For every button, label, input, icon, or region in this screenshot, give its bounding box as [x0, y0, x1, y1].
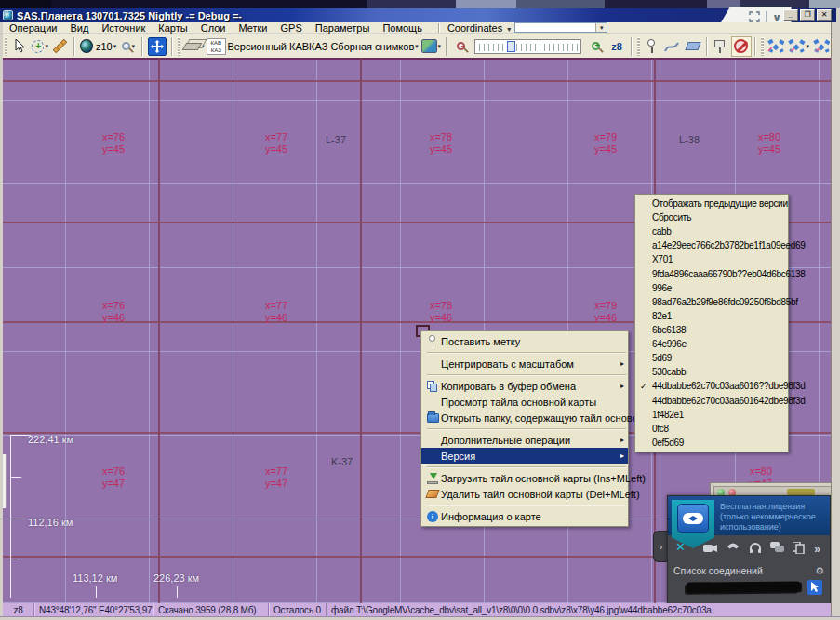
submenu-item-version[interactable]: 530cabb: [635, 365, 788, 379]
search-button[interactable]: ▾: [118, 36, 139, 57]
cache-mode-button[interactable]: ▾: [182, 36, 207, 57]
gps-track-button[interactable]: ▾: [786, 36, 811, 57]
menu-gps[interactable]: GPS: [274, 22, 309, 34]
zoom-in-button[interactable]: +: [585, 36, 606, 57]
dropdown-icon[interactable]: ▾: [113, 43, 117, 50]
chat-icon[interactable]: [770, 541, 784, 558]
submenu-item-version[interactable]: X701: [635, 252, 788, 266]
file-transfer-icon[interactable]: [793, 541, 806, 558]
placemark-icon: [424, 335, 441, 347]
hide-placemarks-button[interactable]: [731, 36, 752, 57]
tile-coordinate-label: x=80y=45: [758, 131, 780, 155]
submenu-arrow-icon: ▸: [620, 359, 624, 368]
connections-label: Список соединений: [673, 565, 763, 576]
submenu-arrow-icon: ▸: [620, 452, 624, 460]
menu-item-delete-tile[interactable]: Удалить тайл основной карты (Del+MLeft): [421, 486, 628, 502]
menu-layers[interactable]: Слои: [194, 22, 233, 34]
zoom-slider[interactable]: [474, 39, 581, 54]
window-title: SAS.Планета 130701.7325 Nightly -= Debug…: [17, 10, 242, 21]
divider: [754, 37, 756, 56]
remote-cursor-icon[interactable]: [807, 580, 822, 595]
menu-item-copy-to-clipboard[interactable]: Копировать в буфер обмена ▸: [421, 378, 628, 394]
combo-dropdown-button[interactable]: ▾: [595, 23, 607, 32]
toolbar-grip[interactable]: [5, 37, 7, 56]
submenu-item-version[interactable]: 0fc8: [635, 422, 788, 436]
toolbar-grip[interactable]: [637, 37, 640, 56]
menu-help[interactable]: Помощь: [376, 22, 429, 34]
connections-section[interactable]: Список соединений ⚙: [673, 563, 824, 578]
submenu-item-version[interactable]: 44dbabbe62c70c03aa601642dbe98f3d: [635, 394, 788, 408]
coordinates-dropdown[interactable]: Coordinates ▾: [444, 22, 514, 34]
submenu-item-version[interactable]: 98ad76a2b29f9e86fdc09250f6bd85bf: [635, 295, 788, 309]
add-path-button[interactable]: [662, 36, 683, 57]
menu-settings[interactable]: Параметры: [309, 22, 377, 34]
title-bar[interactable]: SAS.Планета 130701.7325 Nightly -= Debug…: [0, 8, 836, 22]
close-icon[interactable]: ✕: [675, 541, 686, 553]
submenu-item-version[interactable]: a14e29eec766c2b3782be1f1a09eed69: [635, 238, 788, 252]
menu-source[interactable]: Источник: [95, 22, 152, 34]
gps-connect-button[interactable]: [766, 36, 787, 57]
menu-item-download-tile[interactable]: Загрузить тайл основной карты (Ins+MLeft…: [421, 470, 628, 486]
active-map-selector[interactable]: Версионный КАВКАЗ Сборная снимков▾: [228, 36, 418, 57]
menu-item-open-tile-folder[interactable]: Открыть папку, содержащую тайл основной …: [421, 410, 628, 425]
move-arrows-icon: [148, 37, 166, 56]
menu-item-view-tile[interactable]: Просмотр тайла основной карты: [421, 394, 628, 410]
menu-item-center-with-zoom[interactable]: Центрировать с масштабом ▸: [421, 356, 628, 371]
divider: [73, 37, 75, 56]
placemark-manager-button[interactable]: [711, 36, 731, 57]
menu-item-version[interactable]: Версия ▸: [421, 448, 628, 464]
restore-button[interactable]: ❐: [800, 9, 815, 21]
menu-item-map-info[interactable]: i Информация о карте: [421, 508, 628, 524]
chevron-down-icon[interactable]: ∨: [772, 13, 781, 22]
toolbar-grip[interactable]: [761, 37, 764, 56]
coordinates-input[interactable]: ▾: [514, 22, 607, 33]
fullscreen-button[interactable]: [146, 36, 167, 57]
dropdown-icon[interactable]: ▾: [131, 43, 135, 50]
ruler-tool-button[interactable]: [50, 36, 71, 57]
phone-call-icon[interactable]: [727, 541, 740, 558]
map-context-menu: Поставить метку Центрировать с масштабом…: [420, 330, 629, 527]
dropdown-icon[interactable]: ▾: [415, 43, 419, 50]
video-call-icon[interactable]: [703, 541, 718, 558]
submenu-item-version[interactable]: 0ef5d69: [635, 436, 788, 450]
menu-maps[interactable]: Карты: [152, 22, 193, 34]
censored-text: [787, 489, 815, 495]
zoom-out-button[interactable]: -: [450, 36, 471, 57]
submenu-item-version[interactable]: 64e996e: [635, 337, 788, 351]
minimize-button[interactable]: _: [783, 9, 798, 21]
layer-selector-button[interactable]: ▾: [420, 36, 443, 57]
close-button[interactable]: ✕: [817, 9, 832, 21]
menu-item-add-placemark[interactable]: Поставить метку: [421, 333, 628, 349]
submenu-item-reset[interactable]: Сбросить: [635, 210, 788, 224]
menu-item-additional-operations[interactable]: Дополнительные операции ▸: [421, 432, 628, 448]
dropdown-icon[interactable]: ▾: [807, 43, 810, 50]
selection-manager-button[interactable]: + ▾: [30, 36, 50, 57]
submenu-item-version[interactable]: 82e1: [635, 309, 788, 323]
submenu-item-show-previous-versions[interactable]: Отображать предыдущие версии: [635, 196, 788, 210]
submenu-item-version[interactable]: 6bc6138: [635, 323, 788, 337]
submenu-item-version[interactable]: 996e: [635, 281, 788, 295]
teamviewer-panel-handle[interactable]: ›: [653, 531, 668, 562]
submenu-item-version-checked[interactable]: ✓44dbabbe62c70c03aa6016??dbe98f3d: [635, 379, 788, 393]
submenu-item-version[interactable]: 9fda4896caaa66790b??eb04d6bc6138: [635, 267, 788, 281]
gear-icon[interactable]: ⚙: [815, 565, 824, 577]
zoom-slider-thumb[interactable]: [507, 41, 515, 52]
map-type-badge: КАВКАЗ: [207, 38, 226, 55]
menu-view[interactable]: Вид: [63, 22, 95, 34]
zoom-preset-button[interactable]: z10 ▾: [78, 36, 118, 57]
toolbar-grip[interactable]: [178, 37, 180, 56]
headset-icon[interactable]: [749, 541, 762, 558]
menu-bar: Операции Вид Источник Карты Слои Метки G…: [3, 22, 836, 34]
select-tool-button[interactable]: [9, 36, 30, 57]
tile-coordinate-label: x=79y=46: [594, 300, 617, 324]
submenu-item-version[interactable]: 5d69: [635, 351, 788, 365]
dropdown-icon[interactable]: ▾: [438, 43, 442, 50]
add-placemark-button[interactable]: [642, 36, 662, 57]
more-actions-icon[interactable]: »: [814, 543, 820, 556]
menu-operations[interactable]: Операции: [3, 22, 63, 34]
submenu-item-version[interactable]: 1f482e1: [635, 408, 788, 422]
add-polygon-button[interactable]: [683, 36, 703, 57]
menu-placemarks[interactable]: Метки: [232, 22, 273, 34]
dropdown-icon[interactable]: ▾: [45, 43, 48, 50]
submenu-item-version[interactable]: cabb: [635, 224, 788, 238]
